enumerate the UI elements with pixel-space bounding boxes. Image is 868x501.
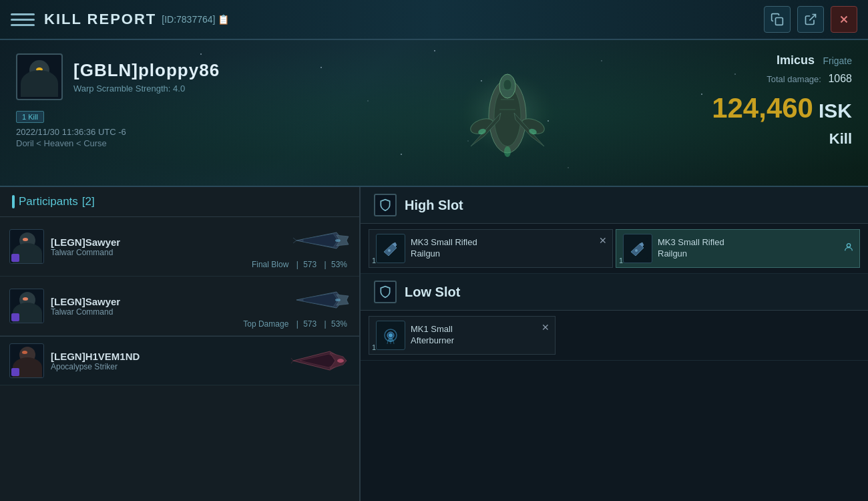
participant-ship-img	[290, 224, 350, 257]
slot-item-icon	[376, 234, 405, 263]
participant-info: [LEGN]Sawyer Talwar Command	[44, 296, 243, 317]
participant-avatar	[9, 229, 44, 264]
main-content: Participants [2] [LEGN]Sawyer Talwar Com…	[0, 187, 868, 501]
slot-item-qty: 1	[372, 257, 376, 265]
timestamp: 2022/11/30 11:36:36 UTC -6	[16, 127, 331, 137]
header-actions	[764, 6, 857, 33]
total-damage-value: 1068	[828, 73, 852, 84]
participant-right	[290, 344, 350, 377]
participants-label: Participants	[19, 195, 78, 208]
slot-item-icon	[376, 321, 405, 350]
participant-info: [LEGN]Sawyer Talwar Command	[44, 236, 252, 257]
slot-item-name: MK3 Small RifledRailgun	[658, 237, 724, 260]
svg-point-30	[389, 333, 393, 337]
isk-amount: 124,460	[712, 94, 813, 122]
low-slot-icon	[374, 281, 397, 303]
participant-name: [LEGN]Sawyer	[51, 296, 236, 307]
isk-unit: ISK	[819, 100, 852, 122]
slot-item-name: MK1 SmallAfterburner	[411, 324, 454, 347]
participant-right: Top Damage | 573 | 53%	[243, 283, 350, 329]
share-button[interactable]	[797, 6, 824, 33]
participant-item[interactable]: [LEGN]Sawyer Talwar Command Top Damage	[0, 277, 359, 336]
report-title: KILL REPORT	[44, 11, 156, 28]
location: Doril < Heaven < Curse	[16, 138, 331, 148]
low-slot-items: 1 MK1 SmallAfterburner ✕	[361, 311, 868, 361]
total-damage-label: Total damage:	[767, 74, 821, 84]
participant-right: Final Blow | 573 | 53%	[252, 224, 350, 269]
slots-panel: High Slot 1 MK3 Small RifledRailgun ✕	[361, 187, 868, 501]
participant-stats: Top Damage | 573 | 53%	[243, 319, 350, 329]
participant-corp: Apocalypse Striker	[51, 362, 283, 371]
kill-badge: 1 Kill	[16, 111, 44, 123]
svg-line-1	[809, 15, 815, 21]
slot-item-qty: 1	[619, 257, 623, 265]
svg-point-13	[504, 146, 511, 157]
slot-item[interactable]: 1 MK1 SmallAfterburner ✕	[369, 316, 556, 355]
user-icon	[843, 242, 854, 255]
copy-button[interactable]	[764, 6, 791, 33]
svg-point-26	[847, 244, 850, 247]
high-slot-header: High Slot	[361, 187, 868, 224]
participant-ship-img	[290, 283, 350, 317]
close-button[interactable]	[831, 6, 857, 33]
participant-ship-img	[290, 344, 350, 377]
copy-id-icon[interactable]: 📋	[218, 14, 229, 25]
svg-point-25	[635, 249, 638, 252]
high-slot-icon	[374, 194, 397, 216]
info-panel: [GBLN]ploppy86 Warp Scramble Strength: 4…	[0, 40, 868, 187]
ship-class: Frigate	[823, 55, 852, 66]
slot-item[interactable]: 1 MK3 Small RifledRailgun	[616, 229, 860, 268]
svg-point-23	[388, 249, 391, 252]
victim-avatar	[16, 53, 63, 100]
slot-item[interactable]: 1 MK3 Small RifledRailgun ✕	[369, 229, 613, 268]
ship-name: Imicus	[777, 53, 815, 67]
participant-avatar	[9, 289, 44, 323]
svg-rect-0	[776, 18, 783, 25]
ship-display	[347, 40, 668, 186]
victim-warp-scramble: Warp Scramble Strength: 4.0	[73, 84, 220, 94]
participants-panel: Participants [2] [LEGN]Sawyer Talwar Com…	[0, 187, 361, 501]
slot-item-name: MK3 Small RifledRailgun	[411, 237, 477, 260]
slot-item-qty: 1	[372, 343, 376, 351]
high-slot-items: 1 MK3 Small RifledRailgun ✕ 1	[361, 224, 868, 274]
victim-name: [GBLN]ploppy86	[73, 60, 220, 81]
participant-item[interactable]: [LEGN]Sawyer Talwar Command	[0, 217, 359, 277]
svg-line-19	[293, 240, 296, 243]
victim-info: [GBLN]ploppy86 Warp Scramble Strength: 4…	[0, 40, 347, 186]
svg-point-17	[335, 239, 341, 242]
participant-corp: Talwar Command	[51, 307, 236, 317]
ship-info-right: Imicus Frigate Total damage: 1068 124,46…	[668, 40, 868, 186]
participants-count: [2]	[82, 195, 95, 208]
high-slot-title: High Slot	[405, 198, 463, 213]
svg-point-10	[503, 79, 511, 90]
kill-result: Kill	[684, 130, 852, 148]
svg-point-20	[335, 299, 341, 301]
participant-name: [LEGN]Sawyer	[51, 236, 245, 248]
close-icon: ✕	[599, 235, 607, 246]
report-id: [ID:7837764]	[162, 14, 215, 25]
participant-item[interactable]: [LEGN]H1VEM1ND Apocalypse Striker	[0, 336, 359, 385]
svg-point-21	[337, 359, 344, 363]
slot-item-icon	[623, 234, 652, 263]
participant-name: [LEGN]H1VEM1ND	[51, 351, 283, 362]
close-icon: ✕	[541, 322, 550, 333]
participants-header: Participants [2]	[0, 187, 359, 217]
low-slot-header: Low Slot	[361, 274, 868, 311]
participant-avatar	[9, 343, 44, 378]
svg-line-18	[293, 238, 296, 240]
victim-ship-image	[441, 53, 574, 173]
participant-stats: Final Blow | 573 | 53%	[252, 260, 350, 269]
header: KILL REPORT [ID:7837764] 📋	[0, 0, 868, 40]
low-slot-title: Low Slot	[405, 285, 460, 300]
menu-button[interactable]	[11, 7, 35, 31]
participant-info: [LEGN]H1VEM1ND Apocalypse Striker	[44, 351, 290, 371]
participant-corp: Talwar Command	[51, 248, 245, 257]
